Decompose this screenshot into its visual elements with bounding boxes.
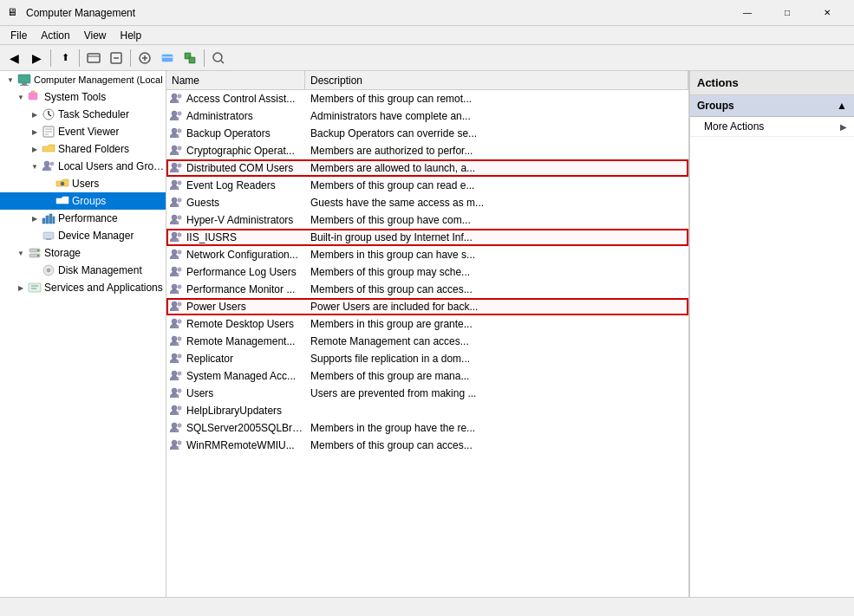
list-row[interactable]: WinRMRemoteWMIU...Members of this group … (166, 437, 688, 454)
expand-groups (42, 194, 55, 208)
tree-root[interactable]: ▼ Computer Management (Local (0, 71, 166, 88)
tree-performance[interactable]: ▶ Performance (0, 210, 166, 227)
menu-action[interactable]: Action (34, 28, 76, 43)
toolbar-back[interactable]: ◀ (3, 48, 24, 68)
list-row-name-label: Cryptographic Operat... (186, 145, 295, 157)
menu-file[interactable]: File (3, 28, 34, 43)
list-row[interactable]: Hyper-V AdministratorsMembers of this gr… (166, 211, 688, 229)
list-row[interactable]: HelpLibraryUpdaters (166, 402, 688, 419)
list-row[interactable]: System Managed Acc...Members of this gro… (166, 367, 688, 385)
list-row[interactable]: Cryptographic Operat...Members are autho… (166, 142, 688, 159)
list-row[interactable]: Performance Log UsersMembers of this gro… (166, 263, 688, 281)
list-row-name-cell: Access Control Assist... (168, 92, 307, 106)
close-button[interactable]: ✕ (807, 0, 847, 26)
group-entry-icon (170, 300, 184, 314)
list-row[interactable]: Remote Desktop UsersMembers in this grou… (166, 315, 688, 333)
toolbar-separator-1 (50, 49, 51, 67)
list-row-name-label: Event Log Readers (186, 179, 276, 191)
list-row-name-cell: Event Log Readers (168, 178, 307, 192)
tree-groups[interactable]: Groups (0, 192, 166, 210)
toolbar-forward[interactable]: ▶ (26, 48, 47, 68)
list-row[interactable]: Remote Management...Remote Management ca… (166, 333, 688, 350)
toolbar-btn-8[interactable] (208, 48, 229, 68)
toolbar-btn-4[interactable] (106, 48, 127, 68)
list-row[interactable]: Access Control Assist...Members of this … (166, 90, 688, 107)
list-row-description: Members of this group can acces... (307, 283, 687, 295)
svg-point-68 (172, 302, 177, 307)
svg-rect-14 (22, 83, 27, 85)
svg-point-50 (172, 146, 177, 151)
toolbar-btn-6[interactable] (157, 48, 178, 68)
list-row-name-label: Power Users (186, 301, 246, 313)
toolbar-btn-3[interactable] (83, 48, 104, 68)
list-row[interactable]: SQLServer2005SQLBro...Members in the gro… (166, 419, 688, 437)
group-entry-icon (170, 109, 184, 123)
maximize-button[interactable]: □ (767, 0, 807, 26)
svg-point-38 (37, 255, 39, 256)
list-row-description: Members of this group may sche... (307, 266, 687, 278)
list-row[interactable]: Power UsersPower Users are included for … (166, 298, 688, 315)
tree-local-users-groups-label: Local Users and Groups (58, 160, 166, 172)
list-row-description: Members in this group can have s... (307, 249, 687, 261)
tree-disk-management[interactable]: Disk Management (0, 262, 166, 279)
list-row[interactable]: Backup OperatorsBackup Operators can ove… (166, 125, 688, 142)
svg-point-56 (172, 198, 177, 203)
list-row-name-label: Performance Log Users (186, 266, 297, 278)
svg-rect-32 (53, 217, 55, 224)
list-row-name-cell: Performance Log Users (168, 265, 307, 279)
list-row-description: Guests have the same access as m... (307, 197, 687, 209)
list-row-name-label: Administrators (186, 110, 253, 122)
tree-storage[interactable]: ▼ Storage (0, 244, 166, 262)
tree-shared-folders[interactable]: ▶ Shared Folders (0, 140, 166, 158)
svg-point-52 (172, 163, 177, 168)
expand-root: ▼ (3, 73, 17, 87)
actions-groups-collapse-icon: ▲ (837, 100, 847, 112)
actions-groups-header: Groups ▲ (690, 95, 854, 117)
list-row-name-cell: Power Users (168, 300, 307, 314)
list-row-name-cell: Guests (168, 196, 307, 210)
column-name-header[interactable]: Name (166, 71, 305, 89)
list-row[interactable]: Network Configuration...Members in this … (166, 246, 688, 263)
list-row[interactable]: GuestsGuests have the same access as m..… (166, 194, 688, 211)
list-row[interactable]: Distributed COM UsersMembers are allowed… (166, 159, 688, 177)
tree-services-applications[interactable]: ▶ Services and Applications (0, 279, 166, 296)
menu-view[interactable]: View (77, 28, 114, 43)
tree-users[interactable]: Users (0, 175, 166, 192)
group-entry-icon (170, 161, 184, 175)
menu-help[interactable]: Help (114, 28, 149, 43)
svg-point-28 (61, 199, 64, 203)
svg-point-45 (178, 94, 181, 98)
tree-task-scheduler[interactable]: ▶ Task Scheduler (0, 106, 166, 123)
column-description-header[interactable]: Description (305, 71, 688, 89)
list-row-name-label: Users (186, 387, 213, 399)
tree-system-tools[interactable]: ▼ System Tools (0, 88, 166, 106)
toolbar-up[interactable]: ⬆ (55, 48, 75, 68)
list-row[interactable]: Event Log ReadersMembers of this group c… (166, 177, 688, 194)
list-row[interactable]: Performance Monitor ...Members of this g… (166, 281, 688, 298)
list-row-name-cell: SQLServer2005SQLBro... (168, 421, 307, 435)
list-row-name-cell: Remote Management... (168, 334, 307, 348)
list-row[interactable]: ReplicatorSupports file replication in a… (166, 350, 688, 367)
svg-rect-41 (29, 283, 41, 292)
svg-point-76 (172, 371, 177, 376)
toolbar-btn-5[interactable] (134, 48, 155, 68)
minimize-button[interactable]: — (727, 0, 767, 26)
tree-event-viewer[interactable]: ▶ Event Viewer (0, 123, 166, 140)
svg-point-83 (178, 424, 181, 427)
toolbar-btn-7[interactable] (179, 48, 200, 68)
tree-panel: ▼ Computer Management (Local ▼ System To… (0, 71, 166, 597)
list-row-description: Backup Operators can override se... (307, 127, 687, 139)
list-row[interactable]: IIS_IUSRSBuilt-in group used by Internet… (166, 229, 688, 246)
group-entry-icon (170, 404, 184, 418)
svg-rect-31 (49, 214, 52, 224)
list-row-name-label: HelpLibraryUpdaters (186, 405, 282, 417)
list-row[interactable]: UsersUsers are prevented from making ... (166, 385, 688, 402)
tree-local-users-groups[interactable]: ▼ Local Users and Groups (0, 158, 166, 175)
tree-device-manager[interactable]: Device Manager (0, 227, 166, 244)
svg-point-44 (172, 94, 177, 99)
list-row[interactable]: AdministratorsAdministrators have comple… (166, 107, 688, 125)
actions-more-actions[interactable]: More Actions ▶ (690, 117, 854, 137)
svg-point-69 (178, 302, 181, 306)
list-row-name-cell: HelpLibraryUpdaters (168, 404, 307, 418)
expand-storage: ▼ (14, 246, 28, 260)
